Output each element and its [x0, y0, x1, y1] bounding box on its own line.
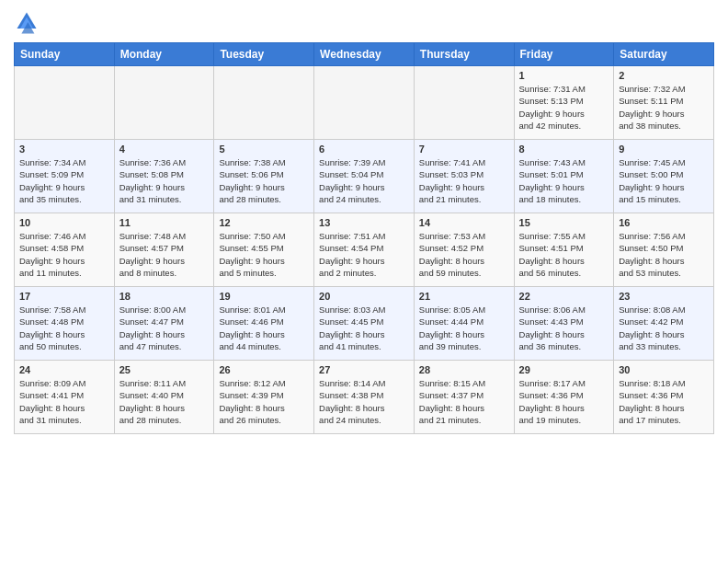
col-monday: Monday — [114, 43, 214, 66]
col-saturday: Saturday — [614, 43, 714, 66]
calendar-week-row: 10Sunrise: 7:46 AM Sunset: 4:58 PM Dayli… — [15, 213, 714, 287]
day-number: 21 — [419, 291, 509, 302]
day-number: 20 — [319, 291, 409, 302]
day-info: Sunrise: 8:05 AM Sunset: 4:44 PM Dayligh… — [419, 304, 509, 352]
table-row: 16Sunrise: 7:56 AM Sunset: 4:50 PM Dayli… — [614, 213, 714, 287]
day-number: 11 — [119, 217, 210, 228]
table-row — [314, 66, 415, 140]
col-tuesday: Tuesday — [214, 43, 314, 66]
day-info: Sunrise: 8:12 AM Sunset: 4:39 PM Dayligh… — [219, 377, 309, 426]
table-row: 23Sunrise: 8:08 AM Sunset: 4:42 PM Dayli… — [614, 287, 714, 361]
col-friday: Friday — [514, 43, 614, 66]
calendar-week-row: 3Sunrise: 7:34 AM Sunset: 5:09 PM Daylig… — [15, 140, 714, 213]
table-row: 1Sunrise: 7:31 AM Sunset: 5:13 PM Daylig… — [514, 66, 614, 140]
table-row: 4Sunrise: 7:36 AM Sunset: 5:08 PM Daylig… — [114, 140, 214, 213]
day-info: Sunrise: 8:14 AM Sunset: 4:38 PM Dayligh… — [319, 377, 409, 426]
calendar: Sunday Monday Tuesday Wednesday Thursday… — [14, 42, 714, 434]
table-row: 3Sunrise: 7:34 AM Sunset: 5:09 PM Daylig… — [15, 140, 115, 213]
col-thursday: Thursday — [414, 43, 514, 66]
day-number: 16 — [619, 217, 709, 228]
day-number: 18 — [119, 291, 210, 302]
table-row: 19Sunrise: 8:01 AM Sunset: 4:46 PM Dayli… — [214, 287, 314, 361]
day-number: 14 — [419, 217, 509, 228]
table-row: 11Sunrise: 7:48 AM Sunset: 4:57 PM Dayli… — [114, 213, 214, 287]
day-info: Sunrise: 8:17 AM Sunset: 4:36 PM Dayligh… — [519, 377, 609, 426]
day-info: Sunrise: 7:34 AM Sunset: 5:09 PM Dayligh… — [19, 156, 109, 205]
day-info: Sunrise: 8:06 AM Sunset: 4:43 PM Dayligh… — [519, 304, 609, 352]
day-info: Sunrise: 8:03 AM Sunset: 4:45 PM Dayligh… — [319, 304, 409, 352]
day-info: Sunrise: 7:53 AM Sunset: 4:52 PM Dayligh… — [419, 230, 509, 279]
day-number: 28 — [419, 364, 509, 375]
day-number: 1 — [519, 70, 609, 81]
day-info: Sunrise: 8:18 AM Sunset: 4:36 PM Dayligh… — [619, 377, 709, 426]
day-number: 12 — [219, 217, 309, 228]
day-info: Sunrise: 7:48 AM Sunset: 4:57 PM Dayligh… — [119, 230, 210, 279]
day-number: 15 — [519, 217, 609, 228]
day-info: Sunrise: 8:08 AM Sunset: 4:42 PM Dayligh… — [619, 304, 709, 352]
day-number: 27 — [319, 364, 409, 375]
table-row — [414, 66, 514, 140]
table-row: 9Sunrise: 7:45 AM Sunset: 5:00 PM Daylig… — [614, 140, 714, 213]
day-number: 7 — [419, 144, 509, 155]
table-row: 25Sunrise: 8:11 AM Sunset: 4:40 PM Dayli… — [114, 361, 214, 434]
table-row: 24Sunrise: 8:09 AM Sunset: 4:41 PM Dayli… — [15, 361, 115, 434]
day-number: 6 — [319, 144, 409, 155]
header — [14, 9, 714, 35]
calendar-week-row: 1Sunrise: 7:31 AM Sunset: 5:13 PM Daylig… — [15, 66, 714, 140]
day-info: Sunrise: 7:43 AM Sunset: 5:01 PM Dayligh… — [519, 156, 609, 205]
table-row: 2Sunrise: 7:32 AM Sunset: 5:11 PM Daylig… — [614, 66, 714, 140]
day-number: 24 — [19, 364, 109, 375]
day-number: 8 — [519, 144, 609, 155]
table-row: 12Sunrise: 7:50 AM Sunset: 4:55 PM Dayli… — [214, 213, 314, 287]
table-row: 22Sunrise: 8:06 AM Sunset: 4:43 PM Dayli… — [514, 287, 614, 361]
table-row: 17Sunrise: 7:58 AM Sunset: 4:48 PM Dayli… — [15, 287, 115, 361]
table-row: 5Sunrise: 7:38 AM Sunset: 5:06 PM Daylig… — [214, 140, 314, 213]
day-number: 5 — [219, 144, 309, 155]
day-info: Sunrise: 7:58 AM Sunset: 4:48 PM Dayligh… — [19, 304, 109, 352]
table-row: 13Sunrise: 7:51 AM Sunset: 4:54 PM Dayli… — [314, 213, 415, 287]
day-number: 10 — [19, 217, 109, 228]
day-info: Sunrise: 8:00 AM Sunset: 4:47 PM Dayligh… — [119, 304, 210, 352]
day-number: 13 — [319, 217, 409, 228]
day-info: Sunrise: 7:32 AM Sunset: 5:11 PM Dayligh… — [619, 83, 709, 132]
day-info: Sunrise: 7:50 AM Sunset: 4:55 PM Dayligh… — [219, 230, 309, 279]
table-row: 29Sunrise: 8:17 AM Sunset: 4:36 PM Dayli… — [514, 361, 614, 434]
col-sunday: Sunday — [15, 43, 115, 66]
day-info: Sunrise: 8:15 AM Sunset: 4:37 PM Dayligh… — [419, 377, 509, 426]
calendar-week-row: 17Sunrise: 7:58 AM Sunset: 4:48 PM Dayli… — [15, 287, 714, 361]
table-row: 8Sunrise: 7:43 AM Sunset: 5:01 PM Daylig… — [514, 140, 614, 213]
table-row — [214, 66, 314, 140]
day-number: 9 — [619, 144, 709, 155]
day-info: Sunrise: 7:55 AM Sunset: 4:51 PM Dayligh… — [519, 230, 609, 279]
table-row: 28Sunrise: 8:15 AM Sunset: 4:37 PM Dayli… — [414, 361, 514, 434]
table-row: 7Sunrise: 7:41 AM Sunset: 5:03 PM Daylig… — [414, 140, 514, 213]
day-info: Sunrise: 7:46 AM Sunset: 4:58 PM Dayligh… — [19, 230, 109, 279]
day-info: Sunrise: 7:51 AM Sunset: 4:54 PM Dayligh… — [319, 230, 409, 279]
day-info: Sunrise: 7:45 AM Sunset: 5:00 PM Dayligh… — [619, 156, 709, 205]
day-info: Sunrise: 7:41 AM Sunset: 5:03 PM Dayligh… — [419, 156, 509, 205]
table-row: 6Sunrise: 7:39 AM Sunset: 5:04 PM Daylig… — [314, 140, 415, 213]
day-info: Sunrise: 7:31 AM Sunset: 5:13 PM Dayligh… — [519, 83, 609, 132]
logo-icon — [14, 9, 40, 35]
day-info: Sunrise: 8:01 AM Sunset: 4:46 PM Dayligh… — [219, 304, 309, 352]
day-number: 22 — [519, 291, 609, 302]
day-info: Sunrise: 7:39 AM Sunset: 5:04 PM Dayligh… — [319, 156, 409, 205]
table-row — [114, 66, 214, 140]
table-row: 21Sunrise: 8:05 AM Sunset: 4:44 PM Dayli… — [414, 287, 514, 361]
day-number: 2 — [619, 70, 709, 81]
day-info: Sunrise: 7:36 AM Sunset: 5:08 PM Dayligh… — [119, 156, 210, 205]
day-number: 25 — [119, 364, 210, 375]
day-number: 4 — [119, 144, 210, 155]
day-info: Sunrise: 7:38 AM Sunset: 5:06 PM Dayligh… — [219, 156, 309, 205]
calendar-header-row: Sunday Monday Tuesday Wednesday Thursday… — [15, 43, 714, 66]
table-row: 18Sunrise: 8:00 AM Sunset: 4:47 PM Dayli… — [114, 287, 214, 361]
table-row: 26Sunrise: 8:12 AM Sunset: 4:39 PM Dayli… — [214, 361, 314, 434]
table-row: 20Sunrise: 8:03 AM Sunset: 4:45 PM Dayli… — [314, 287, 415, 361]
col-wednesday: Wednesday — [314, 43, 415, 66]
day-info: Sunrise: 8:09 AM Sunset: 4:41 PM Dayligh… — [19, 377, 109, 426]
day-number: 26 — [219, 364, 309, 375]
day-number: 29 — [519, 364, 609, 375]
day-number: 19 — [219, 291, 309, 302]
day-info: Sunrise: 8:11 AM Sunset: 4:40 PM Dayligh… — [119, 377, 210, 426]
table-row: 14Sunrise: 7:53 AM Sunset: 4:52 PM Dayli… — [414, 213, 514, 287]
